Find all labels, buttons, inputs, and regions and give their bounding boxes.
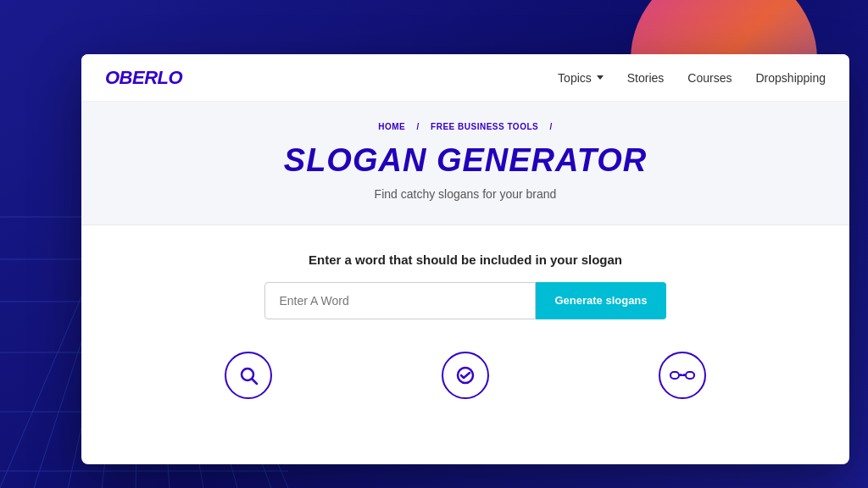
input-row: Generate slogans — [98, 282, 832, 319]
breadcrumb-separator-2: / — [549, 122, 552, 131]
topics-chevron-icon — [597, 75, 604, 80]
check-circle-icon — [442, 352, 489, 399]
svg-rect-20 — [686, 372, 694, 379]
svg-line-17 — [253, 379, 258, 384]
input-label: Enter a word that should be included in … — [98, 252, 832, 267]
nav-dropshipping[interactable]: Dropshipping — [756, 71, 826, 85]
hero-section: HOME / FREE BUSINESS TOOLS / SLOGAN GENE… — [81, 102, 849, 225]
breadcrumb-tools[interactable]: FREE BUSINESS TOOLS — [431, 122, 538, 131]
word-input[interactable] — [264, 282, 536, 319]
page-title: SLOGAN GENERATOR — [98, 143, 832, 179]
glasses-icon — [659, 352, 706, 399]
generate-slogans-button[interactable]: Generate slogans — [536, 282, 665, 319]
nav-courses[interactable]: Courses — [687, 71, 732, 85]
search-icon — [225, 352, 272, 399]
hero-subtitle: Find catchy slogans for your brand — [98, 187, 832, 201]
bottom-icons-row — [98, 343, 832, 399]
breadcrumb-home[interactable]: HOME — [378, 122, 405, 131]
nav-links: Topics Stories Courses Dropshipping — [558, 71, 826, 85]
navbar: OBERLO Topics Stories Courses Dropshippi… — [81, 54, 849, 102]
nav-topics[interactable]: Topics — [558, 71, 604, 85]
nav-stories[interactable]: Stories — [627, 71, 665, 85]
content-section: Enter a word that should be included in … — [81, 225, 849, 419]
breadcrumb: HOME / FREE BUSINESS TOOLS / — [98, 122, 832, 131]
breadcrumb-separator-1: / — [417, 122, 420, 131]
svg-rect-19 — [670, 372, 679, 379]
logo[interactable]: OBERLO — [105, 67, 182, 89]
main-card: OBERLO Topics Stories Courses Dropshippi… — [81, 54, 849, 464]
